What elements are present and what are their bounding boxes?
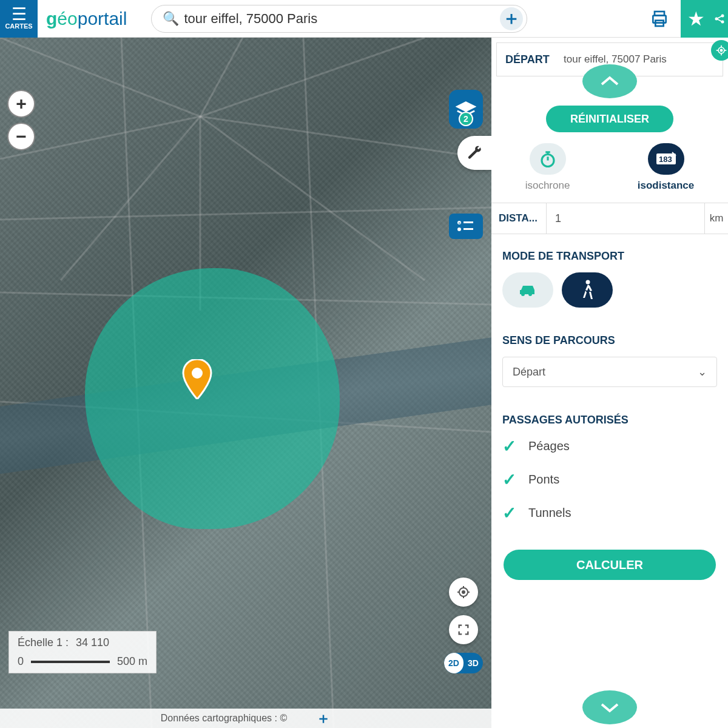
- side-panel: DÉPART tour eiffel, 75007 Paris RÉINITIA…: [491, 38, 728, 728]
- transport-walk-button[interactable]: [562, 272, 613, 308]
- attribution: Données cartographiques : © ＋: [0, 709, 491, 728]
- expand-down-button[interactable]: [582, 690, 637, 724]
- svg-point-19: [192, 368, 203, 379]
- scale-box: Échelle 1 : 0500 m: [8, 631, 157, 673]
- toggle-3d[interactable]: 3D: [463, 653, 483, 673]
- scale-bar: [31, 661, 110, 663]
- zoom-controls: + −: [7, 90, 35, 150]
- attribution-expand[interactable]: ＋: [316, 709, 331, 728]
- svg-text:×: ×: [458, 220, 461, 226]
- distance-label: DISTA...: [491, 203, 547, 234]
- passages-title: PASSAGES AUTORISÉS: [502, 414, 717, 426]
- transport-car-button[interactable]: [502, 272, 553, 308]
- hamburger-icon: ☰: [12, 8, 27, 21]
- transport-title: MODE DE TRANSPORT: [502, 250, 717, 263]
- check-icon: ✓: [502, 436, 516, 456]
- sens-select[interactable]: Départ ⌄: [502, 357, 717, 387]
- transport-group: [502, 272, 717, 308]
- svg-line-14: [0, 207, 491, 220]
- depart-label: DÉPART: [497, 53, 564, 66]
- distance-unit: km: [704, 203, 728, 234]
- menu-button[interactable]: ☰ CARTES: [0, 0, 38, 38]
- dimension-toggle[interactable]: 2D 3D: [444, 653, 483, 673]
- svg-rect-22: [463, 221, 473, 223]
- layers-button[interactable]: 2: [449, 90, 483, 129]
- locate-depart-button[interactable]: [711, 40, 728, 61]
- isodistance-zone: [85, 268, 340, 529]
- svg-point-32: [720, 49, 722, 51]
- calculate-button[interactable]: CALCULER: [504, 550, 716, 580]
- collapse-up-button[interactable]: [582, 64, 637, 98]
- map-right-tools: 2 ×: [449, 90, 483, 239]
- map-view[interactable]: + − 2 ×: [0, 38, 491, 728]
- chevron-down-icon: ⌄: [698, 365, 707, 379]
- map-bottom-tools: 2D 3D: [444, 578, 483, 673]
- svg-point-26: [462, 591, 465, 593]
- scale-input[interactable]: [76, 636, 124, 649]
- passage-ponts[interactable]: ✓Ponts: [502, 470, 717, 490]
- header: ☰ CARTES géoportail 🔍 ＋ ★: [0, 0, 728, 38]
- search-icon: 🔍: [163, 11, 179, 27]
- passage-tunnels[interactable]: ✓Tunnels: [502, 503, 717, 523]
- locate-button[interactable]: [449, 578, 478, 607]
- isochrone-button[interactable]: isochrone: [525, 143, 570, 192]
- distance-input[interactable]: [547, 203, 704, 234]
- check-icon: ✓: [502, 470, 516, 490]
- toggle-2d[interactable]: 2D: [444, 653, 463, 673]
- favorite-button[interactable]: ★: [681, 0, 711, 38]
- passages-list: ✓Péages ✓Ponts ✓Tunnels: [502, 436, 717, 523]
- svg-line-9: [200, 116, 491, 159]
- passage-peages[interactable]: ✓Péages: [502, 436, 717, 456]
- search-input[interactable]: [184, 11, 500, 27]
- fullscreen-button[interactable]: [449, 615, 478, 644]
- depart-value: tour eiffel, 75007 Paris: [564, 53, 723, 66]
- print-button[interactable]: [644, 4, 675, 34]
- list-tool-button[interactable]: ×: [449, 214, 483, 239]
- sens-title: SENS DE PARCOURS: [502, 334, 717, 347]
- menu-label: CARTES: [5, 22, 32, 30]
- svg-point-23: [457, 228, 461, 231]
- svg-point-41: [586, 280, 590, 285]
- reset-button[interactable]: RÉINITIALISER: [546, 106, 673, 132]
- header-tools: ★: [644, 0, 728, 38]
- zoom-in-button[interactable]: +: [7, 90, 35, 118]
- search-bar[interactable]: 🔍 ＋: [151, 5, 527, 33]
- distance-row: DISTA... km: [491, 203, 728, 234]
- wrench-button[interactable]: [457, 136, 491, 170]
- zoom-out-button[interactable]: −: [7, 123, 35, 150]
- logo[interactable]: géoportail: [46, 8, 127, 29]
- svg-rect-24: [463, 228, 473, 230]
- iso-mode-group: isochrone 183 isodistance: [491, 143, 728, 192]
- svg-text:183: 183: [659, 155, 672, 164]
- map-pin-icon[interactable]: [182, 359, 212, 399]
- check-icon: ✓: [502, 503, 516, 523]
- layers-count-badge: 2: [459, 112, 473, 126]
- svg-line-8: [200, 38, 425, 116]
- search-add-button[interactable]: ＋: [500, 7, 523, 30]
- isodistance-button[interactable]: 183 isodistance: [638, 143, 695, 192]
- share-button[interactable]: [711, 0, 728, 38]
